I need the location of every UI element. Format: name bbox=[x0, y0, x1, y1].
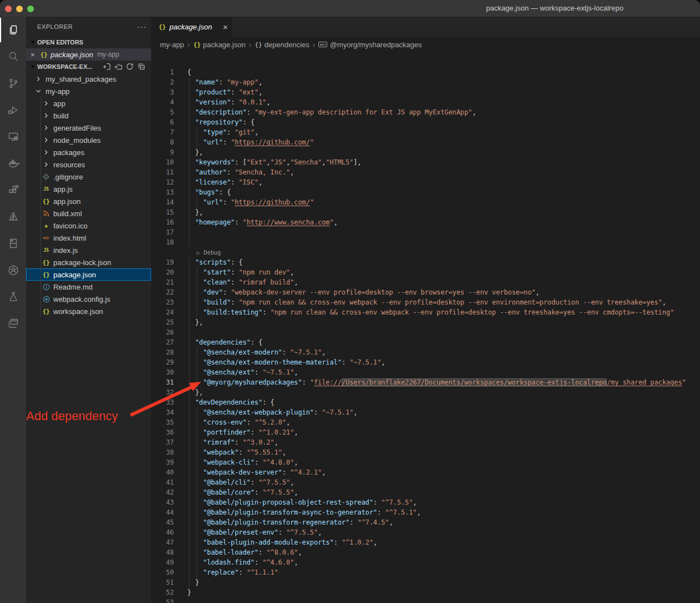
code-line-3[interactable]: 3 "product": "ext", bbox=[151, 87, 700, 97]
open-editor-item[interactable]: ×{}package.jsonmy-app bbox=[26, 48, 151, 61]
code-line-47[interactable]: 47 "babel-plugin-add-module-exports": "^… bbox=[151, 537, 700, 547]
code-line-45[interactable]: 45 "@babel/plugin-transform-regenerator"… bbox=[151, 517, 700, 527]
code-line-4[interactable]: 4 "version": "0.0.1", bbox=[151, 97, 700, 107]
activity-bar-run-debug[interactable] bbox=[0, 97, 26, 123]
tree-folder-node_modules[interactable]: node_modules bbox=[26, 134, 151, 146]
activity-bar-browser-preview[interactable] bbox=[0, 310, 26, 337]
code-line-6[interactable]: 6 "repository": { bbox=[151, 117, 700, 127]
code-line-24[interactable]: 24 "build:testing": "npm run clean && cr… bbox=[151, 307, 700, 317]
code-line-48[interactable]: 48 "babel-loader": "^8.0.6", bbox=[151, 547, 700, 557]
collapse-all-icon[interactable] bbox=[137, 62, 146, 72]
close-window-button[interactable] bbox=[5, 6, 12, 12]
code-line-29[interactable]: 29 "@sencha/ext-modern-theme-material": … bbox=[151, 357, 700, 367]
code-line-7[interactable]: 7 "type": "git", bbox=[151, 127, 700, 137]
code-line-41[interactable]: 41 "@babel/cli": "^7.5.5", bbox=[151, 477, 700, 487]
code-line-36[interactable]: 36 "portfinder": "^1.0.21", bbox=[151, 427, 700, 437]
activity-bar-testing[interactable] bbox=[0, 283, 26, 310]
activity-bar-extensions[interactable] bbox=[0, 177, 26, 203]
code-line-25[interactable]: 25 }, bbox=[151, 317, 700, 327]
code-line-34[interactable]: 34 "@sencha/ext-webpack-plugin": "~7.5.1… bbox=[151, 407, 700, 417]
tree-folder-my_shared_packages[interactable]: my_shared_packages bbox=[26, 73, 151, 85]
tree-file-app.json[interactable]: {}app.json bbox=[26, 195, 151, 207]
tree-file-package.json[interactable]: {}package.json bbox=[26, 268, 151, 281]
code-line-28[interactable]: 28 "@sencha/ext-modern": "~7.5.1", bbox=[151, 347, 700, 357]
activity-bar-source-control[interactable] bbox=[0, 70, 26, 97]
refresh-icon[interactable] bbox=[126, 62, 134, 72]
tree-file-index.html[interactable]: <>index.html bbox=[26, 232, 151, 244]
close-tab-icon[interactable]: × bbox=[223, 22, 228, 32]
code-line-20[interactable]: 20 "start": "npm run dev", bbox=[151, 267, 700, 277]
code-editor[interactable]: 1{2 "name": "my-app",3 "product": "ext",… bbox=[151, 52, 700, 603]
code-line-53[interactable]: 53 bbox=[151, 597, 700, 603]
code-line-12[interactable]: 12 "license": "ISC", bbox=[151, 177, 700, 187]
code-line-22[interactable]: 22 "dev": "webpack-dev-server --env prof… bbox=[151, 287, 700, 297]
code-line-46[interactable]: 46 "@babel/preset-env": "^7.5.5", bbox=[151, 527, 700, 537]
code-line-11[interactable]: 11 "author": "Sencha, Inc.", bbox=[151, 167, 700, 177]
new-folder-icon[interactable] bbox=[114, 62, 122, 72]
tree-folder-generatedFiles[interactable]: generatedFiles bbox=[26, 122, 151, 134]
breadcrumb-item-@myorg/mysharedpackages[interactable]: abc@myorg/mysharedpackages bbox=[318, 41, 422, 49]
tree-file-webpack.config.js[interactable]: webpack.config.js bbox=[26, 293, 151, 305]
code-line-42[interactable]: 42 "@babel/core": "^7.5.5", bbox=[151, 487, 700, 497]
tree-file-index.js[interactable]: JSindex.js bbox=[26, 244, 151, 256]
tree-folder-build[interactable]: build bbox=[26, 109, 151, 122]
tree-file-app.js[interactable]: JSapp.js bbox=[26, 183, 151, 195]
zoom-window-button[interactable] bbox=[27, 6, 34, 12]
tree-file-.gitignore[interactable]: .gitignore bbox=[26, 171, 151, 183]
code-line-37[interactable]: 37 "rimraf": "^3.0.2", bbox=[151, 437, 700, 447]
code-line-35[interactable]: 35 "cross-env": "^5.2.0", bbox=[151, 417, 700, 427]
code-line-15[interactable]: 15 }, bbox=[151, 207, 700, 217]
code-line-21[interactable]: 21 "clean": "rimraf build", bbox=[151, 277, 700, 287]
code-line-26[interactable]: 26 bbox=[151, 327, 700, 337]
code-line-30[interactable]: 30 "@sencha/ext": "~7.5.1", bbox=[151, 367, 700, 377]
activity-bar-explorer[interactable] bbox=[0, 17, 26, 43]
tree-file-package-lock.json[interactable]: {}package-lock.json bbox=[26, 256, 151, 268]
tree-file-workspace.json[interactable]: {}workspace.json bbox=[26, 305, 151, 317]
breadcrumb-item-my-app[interactable]: my-app bbox=[160, 41, 184, 49]
minimize-window-button[interactable] bbox=[16, 6, 23, 12]
code-line-8[interactable]: 8 "url": "https://github.com/" bbox=[151, 137, 700, 147]
tree-file-favicon.ico[interactable]: ★favicon.ico bbox=[26, 220, 151, 232]
workspace-section-header[interactable]: WORKSPACE-EX... bbox=[26, 61, 151, 73]
new-file-icon[interactable] bbox=[102, 62, 111, 72]
code-line-50[interactable]: 50 "replace": "^1.1.1" bbox=[151, 567, 700, 577]
code-line-16[interactable]: 16 "homepage": "http://www.sencha.com", bbox=[151, 217, 700, 227]
close-editor-icon[interactable]: × bbox=[31, 51, 39, 59]
tree-folder-app[interactable]: app bbox=[26, 97, 151, 109]
code-line-13[interactable]: 13 "bugs": { bbox=[151, 187, 700, 197]
codelens-debug[interactable]: ▷ Debug bbox=[151, 247, 700, 257]
code-line-31[interactable]: 31 "@myorg/mysharedpackages": "file:///U… bbox=[151, 377, 700, 387]
tree-folder-my-app[interactable]: my-app bbox=[26, 85, 151, 97]
code-line-52[interactable]: 52} bbox=[151, 587, 700, 597]
activity-bar-docker[interactable] bbox=[0, 150, 26, 177]
open-editors-header[interactable]: OPEN EDITORS bbox=[26, 36, 151, 48]
code-line-27[interactable]: 27 "dependencies": { bbox=[151, 337, 700, 347]
code-line-44[interactable]: 44 "@babel/plugin-transform-async-to-gen… bbox=[151, 507, 700, 517]
code-line-14[interactable]: 14 "url": "https://github.com/" bbox=[151, 197, 700, 207]
breadcrumb-item-dependencies[interactable]: {}dependencies bbox=[255, 41, 309, 49]
explorer-more-actions-icon[interactable]: ··· bbox=[137, 22, 147, 31]
code-line-51[interactable]: 51 } bbox=[151, 577, 700, 587]
code-line-33[interactable]: 33 "devDependencies": { bbox=[151, 397, 700, 407]
code-line-39[interactable]: 39 "webpack-cli": "^4.8.0", bbox=[151, 457, 700, 467]
code-line-38[interactable]: 38 "webpack": "^5.55.1", bbox=[151, 447, 700, 457]
code-line-23[interactable]: 23 "build": "npm run clean && cross-env … bbox=[151, 297, 700, 307]
tree-folder-resources[interactable]: resources bbox=[26, 158, 151, 171]
code-line-19[interactable]: 19 "scripts": { bbox=[151, 257, 700, 267]
activity-bar-search[interactable] bbox=[0, 43, 26, 70]
tree-file-build.xml[interactable]: build.xml bbox=[26, 207, 151, 220]
breadcrumb-item-package.json[interactable]: {}package.json bbox=[193, 41, 246, 49]
code-line-17[interactable]: 17 bbox=[151, 227, 700, 237]
activity-bar-remote-explorer[interactable] bbox=[0, 123, 26, 150]
code-line-32[interactable]: 32 }, bbox=[151, 387, 700, 397]
code-line-10[interactable]: 10 "keywords": ["Ext","JS","Sencha","HTM… bbox=[151, 157, 700, 167]
activity-bar-kubernetes[interactable] bbox=[0, 257, 26, 283]
code-line-2[interactable]: 2 "name": "my-app", bbox=[151, 77, 700, 87]
code-line-43[interactable]: 43 "@babel/plugin-proposal-object-rest-s… bbox=[151, 497, 700, 507]
tree-folder-packages[interactable]: packages bbox=[26, 146, 151, 158]
code-line-9[interactable]: 9 }, bbox=[151, 147, 700, 157]
code-line-18[interactable]: 18 bbox=[151, 237, 700, 247]
activity-bar-containers[interactable] bbox=[0, 230, 26, 257]
tree-file-Readme.md[interactable]: Readme.md bbox=[26, 281, 151, 293]
code-line-5[interactable]: 5 "description": "my-ext-gen-app descrip… bbox=[151, 107, 700, 117]
